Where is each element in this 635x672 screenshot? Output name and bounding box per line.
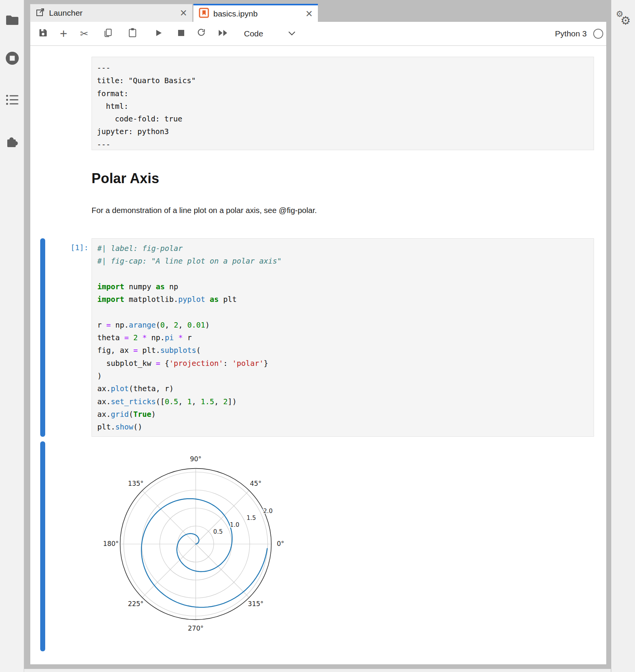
tab-label: Launcher xyxy=(49,8,83,18)
refresh-icon xyxy=(196,28,206,39)
svg-text:2.0: 2.0 xyxy=(263,508,273,515)
svg-text:90°: 90° xyxy=(190,455,201,463)
polar-plot-output: 0°45°90°135°180°225°270°315°0.51.01.52.0 xyxy=(81,441,311,655)
cell-type-dropdown-arrow[interactable] xyxy=(286,28,298,39)
fast-forward-icon xyxy=(218,29,229,39)
stop-icon xyxy=(177,29,185,38)
svg-text:315°: 315° xyxy=(248,600,263,608)
table-of-contents-button[interactable] xyxy=(5,93,20,107)
execution-count: [1]: xyxy=(30,243,88,252)
input-collapser[interactable] xyxy=(40,238,45,437)
cell-type-value: Code xyxy=(244,29,263,38)
markdown-paragraph: For a demonstration of a line plot on a … xyxy=(92,206,317,215)
running-sessions-button[interactable] xyxy=(5,51,20,66)
puzzle-icon xyxy=(5,135,19,149)
svg-text:45°: 45° xyxy=(250,480,262,487)
insert-cell-button[interactable]: + xyxy=(58,28,69,39)
scissors-icon: ✂ xyxy=(80,28,88,39)
svg-text:180°: 180° xyxy=(103,540,119,547)
file-browser-button[interactable] xyxy=(5,13,20,27)
stop-circle-icon xyxy=(5,51,20,66)
run-button[interactable] xyxy=(153,28,164,39)
code-cell-editor[interactable]: #| label: fig-polar #| fig-cap: "A line … xyxy=(92,238,594,437)
restart-run-all-button[interactable] xyxy=(218,28,229,39)
kernel-status-icon xyxy=(593,29,603,39)
svg-text:1.0: 1.0 xyxy=(230,521,239,528)
kernel-indicator[interactable]: Python 3 xyxy=(555,22,603,45)
output-collapser[interactable] xyxy=(40,441,45,651)
cut-button[interactable]: ✂ xyxy=(79,28,90,39)
gear-icon: ⚙ xyxy=(620,14,631,27)
notebook-panel: + ✂ xyxy=(30,22,607,665)
svg-text:225°: 225° xyxy=(128,600,144,608)
left-activity-bar xyxy=(0,0,24,672)
yaml-raw-cell[interactable]: --- title: "Quarto Basics" format: html:… xyxy=(92,57,594,150)
play-icon xyxy=(154,28,163,39)
chevron-down-icon xyxy=(288,30,296,37)
svg-text:0°: 0° xyxy=(277,540,284,547)
stop-button[interactable] xyxy=(175,28,187,39)
restart-kernel-button[interactable] xyxy=(196,28,207,39)
kernel-name: Python 3 xyxy=(555,29,587,38)
paste-button[interactable] xyxy=(127,28,138,39)
svg-text:0.5: 0.5 xyxy=(213,528,223,535)
right-sidebar: ⚙ ⚙ xyxy=(611,0,635,672)
close-icon[interactable]: × xyxy=(180,9,187,17)
settings-button[interactable]: ⚙ ⚙ xyxy=(614,9,633,28)
tab-launcher[interactable]: Launcher × xyxy=(30,4,193,22)
svg-text:270°: 270° xyxy=(188,624,204,632)
tab-notebook[interactable]: basics.ipynb × xyxy=(193,4,318,22)
plus-icon: + xyxy=(60,28,67,39)
clipboard-icon xyxy=(128,28,137,39)
list-icon xyxy=(6,94,19,106)
copy-button[interactable] xyxy=(102,28,114,39)
notebook-icon xyxy=(199,8,209,20)
cell-type-dropdown[interactable]: Code xyxy=(244,22,263,45)
svg-text:1.5: 1.5 xyxy=(247,515,256,521)
notebook-toolbar: + ✂ xyxy=(30,22,606,46)
svg-text:135°: 135° xyxy=(128,480,144,487)
save-button[interactable] xyxy=(37,28,49,39)
markdown-heading: Polar Axis xyxy=(92,170,159,187)
external-link-icon xyxy=(36,8,45,18)
folder-icon xyxy=(5,13,19,26)
status-bar xyxy=(24,669,611,672)
copy-icon xyxy=(103,28,113,39)
close-icon[interactable]: × xyxy=(306,10,313,18)
tab-label: basics.ipynb xyxy=(213,9,258,18)
extension-manager-button[interactable] xyxy=(5,134,20,149)
floppy-disk-icon xyxy=(38,28,48,39)
jupyterlab-window: ⚙ ⚙ Launcher × basics.ipynb × xyxy=(0,0,635,672)
